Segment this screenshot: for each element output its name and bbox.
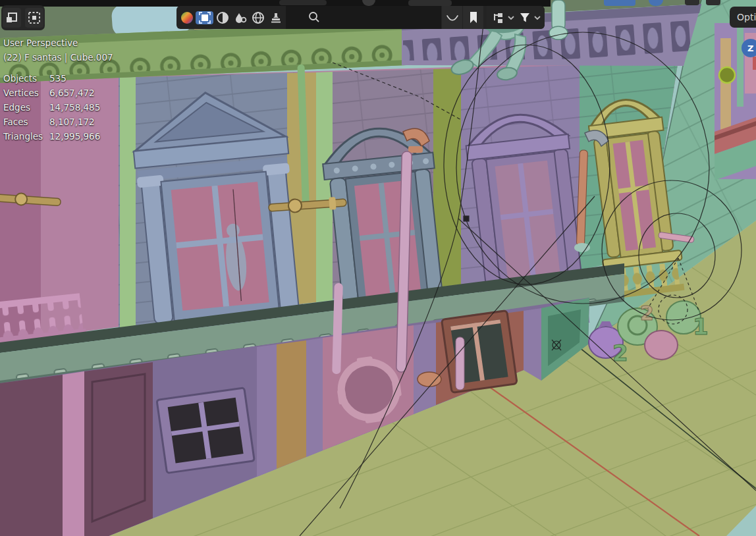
bag-number-2a: 2: [612, 340, 628, 366]
blender-3d-viewport[interactable]: 2 2 1 Z: [0, 0, 756, 536]
material-ball-icon: [180, 11, 194, 25]
stat-faces: Faces 8,107,172: [3, 115, 113, 129]
filter-funnel-icon: [519, 12, 531, 24]
options-label: Opti: [737, 12, 756, 22]
topbar-button-partial[interactable]: [685, 0, 699, 5]
chevron-down-icon[interactable]: [534, 15, 541, 20]
viewport-overlay-text: User Perspective (22) F santas | Cube.00…: [3, 36, 113, 144]
topbar-active-button-partial[interactable]: [604, 0, 635, 6]
select-frame-icon: [198, 11, 211, 24]
stat-objects: Objects 535: [3, 71, 113, 86]
gizmo-z-label: Z: [747, 43, 753, 53]
stat-vertices: Vertices 6,657,472: [3, 86, 113, 100]
contrast-sphere-icon-button[interactable]: [213, 11, 231, 24]
bookmark-icon: [468, 11, 479, 24]
overlap-squares-icon: [5, 11, 18, 24]
bookmark-button[interactable]: [463, 6, 483, 29]
stamp-brush-icon: [269, 11, 283, 24]
gizmo-olive-ball[interactable]: [719, 67, 735, 83]
shop-door: [442, 311, 518, 393]
basement-window: [157, 388, 254, 473]
falloff-curve-button[interactable]: [442, 6, 462, 29]
search-icon: [308, 11, 320, 23]
stat-edges: Edges 14,758,485: [3, 100, 113, 115]
droplets-icon-button[interactable]: [231, 11, 249, 24]
bag-number-1: 1: [693, 313, 709, 340]
droplets-icon: [234, 11, 247, 24]
chevron-down-icon[interactable]: [508, 15, 514, 20]
dashed-square-icon-button[interactable]: [25, 8, 43, 28]
active-object-label: (22) F santas | Cube.007: [3, 50, 113, 65]
falloff-curve-icon: [445, 11, 460, 24]
stamp-brush-icon-button[interactable]: [267, 11, 284, 24]
display-mode-button[interactable]: [489, 11, 507, 24]
topbar-button-partial[interactable]: [706, 0, 720, 5]
material-ball-icon-button[interactable]: [178, 11, 196, 25]
view-perspective-label: User Perspective: [3, 36, 113, 50]
scene-canvas[interactable]: 2 2 1 Z: [0, 0, 756, 536]
globe-icon: [252, 11, 265, 24]
globe-icon-button[interactable]: [249, 11, 267, 24]
dashed-square-icon: [28, 11, 41, 24]
stat-triangles: Triangles 12,995,966: [3, 129, 113, 144]
outliner-icon: [492, 11, 505, 24]
options-menu-button[interactable]: Opti: [730, 7, 756, 28]
overlap-squares-icon-button[interactable]: [3, 8, 21, 28]
search-field[interactable]: [286, 6, 441, 29]
contrast-sphere-icon: [216, 11, 229, 24]
select-tool-options: [1, 5, 45, 30]
viewport-header-toolbar: [176, 6, 545, 29]
filter-button[interactable]: [516, 12, 533, 24]
select-frame-icon-button[interactable]: [196, 11, 213, 24]
